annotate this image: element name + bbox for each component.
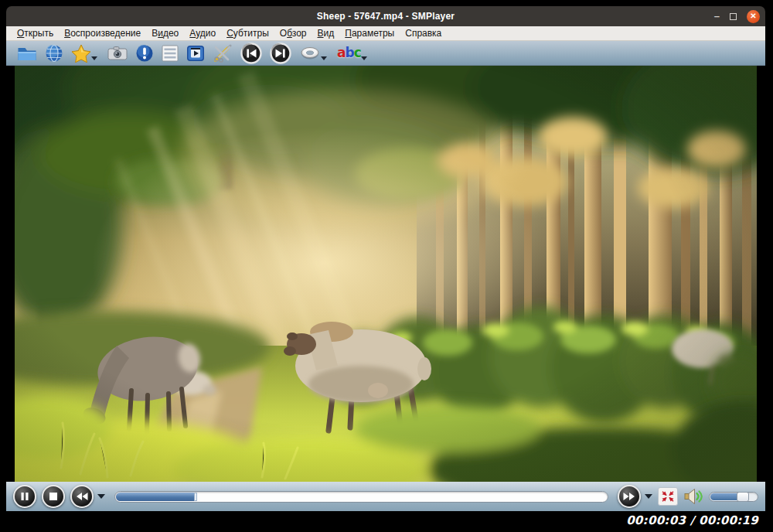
titlebar[interactable]: Sheep - 57647.mp4 - SMPlayer – ✕ bbox=[6, 6, 765, 26]
menu-options[interactable]: Параметры bbox=[339, 28, 400, 39]
volume-icon bbox=[683, 487, 703, 506]
rewind-button[interactable] bbox=[70, 485, 94, 508]
playlist-icon bbox=[162, 45, 179, 62]
toolbar: abc bbox=[6, 41, 765, 66]
screenshot-button[interactable] bbox=[104, 43, 131, 64]
next-button[interactable] bbox=[266, 43, 295, 64]
rewind-dropdown-caret[interactable] bbox=[97, 494, 105, 499]
menu-help[interactable]: Справка bbox=[400, 28, 447, 39]
tools-icon bbox=[213, 44, 233, 63]
info-icon bbox=[135, 44, 154, 63]
statusbar: 00:00:03 / 00:00:19 bbox=[6, 511, 765, 529]
previous-icon bbox=[240, 43, 262, 64]
open-file-button[interactable] bbox=[13, 43, 41, 64]
menu-browse[interactable]: Обзор bbox=[274, 28, 312, 39]
star-icon bbox=[71, 44, 91, 63]
menu-playback[interactable]: Воспроизведение bbox=[59, 28, 146, 39]
mute-button[interactable] bbox=[683, 487, 703, 506]
video-surface[interactable] bbox=[15, 66, 757, 482]
menu-audio[interactable]: Аудио bbox=[184, 28, 221, 39]
menu-subtitles[interactable]: Субтитры bbox=[221, 28, 274, 39]
fullscreen-button[interactable] bbox=[658, 487, 678, 506]
ab-loop-button[interactable] bbox=[295, 43, 333, 64]
pause-icon bbox=[20, 492, 29, 501]
open-url-button[interactable] bbox=[41, 43, 67, 64]
camera-icon bbox=[107, 46, 128, 61]
video-area bbox=[6, 66, 765, 482]
volume-slider[interactable] bbox=[709, 492, 758, 502]
fullscreen-icon bbox=[660, 489, 676, 503]
window-buttons: – ✕ bbox=[714, 6, 760, 26]
controlbar bbox=[6, 482, 765, 511]
minimize-button[interactable]: – bbox=[714, 12, 720, 20]
window-title: Sheep - 57647.mp4 - SMPlayer bbox=[6, 11, 765, 22]
previous-button[interactable] bbox=[237, 43, 266, 64]
menu-video[interactable]: Видео bbox=[146, 28, 184, 39]
pause-button[interactable] bbox=[13, 485, 36, 508]
rewind-icon bbox=[76, 492, 88, 501]
globe-icon bbox=[45, 44, 63, 63]
folder-icon bbox=[17, 45, 37, 62]
video-browser-button[interactable] bbox=[182, 43, 209, 64]
menu-view[interactable]: Вид bbox=[312, 28, 340, 39]
abc-subtitles-icon: abc bbox=[337, 46, 361, 60]
menubar: Открыть Воспроизведение Видео Аудио Субт… bbox=[6, 26, 765, 41]
playlist-button[interactable] bbox=[158, 43, 182, 64]
favorites-button[interactable] bbox=[67, 43, 104, 64]
volume-handle[interactable] bbox=[737, 492, 749, 502]
time-display: 00:00:03 / 00:00:19 bbox=[626, 513, 758, 527]
forward-dropdown-caret[interactable] bbox=[645, 494, 652, 499]
forward-icon bbox=[623, 492, 635, 501]
seek-fill bbox=[116, 493, 195, 501]
seek-handle[interactable] bbox=[194, 493, 197, 501]
maximize-button[interactable] bbox=[730, 13, 737, 20]
subtitles-dropdown-caret[interactable] bbox=[361, 56, 367, 60]
favorites-dropdown-caret[interactable] bbox=[91, 56, 97, 60]
stop-icon bbox=[49, 492, 58, 501]
volume-fill bbox=[710, 493, 737, 500]
subtitles-button[interactable]: abc bbox=[333, 43, 373, 64]
ab-loop-icon bbox=[299, 46, 321, 61]
close-button[interactable]: ✕ bbox=[747, 10, 760, 23]
stop-button[interactable] bbox=[42, 485, 65, 508]
preferences-button[interactable] bbox=[209, 43, 237, 64]
smplayer-window: Sheep - 57647.mp4 - SMPlayer – ✕ Открыть… bbox=[6, 6, 765, 529]
seek-slider[interactable] bbox=[114, 491, 608, 503]
ab-loop-dropdown-caret[interactable] bbox=[321, 56, 327, 60]
menu-open[interactable]: Открыть bbox=[12, 28, 59, 39]
next-icon bbox=[270, 43, 291, 64]
file-info-button[interactable] bbox=[131, 43, 158, 64]
forward-button[interactable] bbox=[618, 485, 641, 508]
video-browser-icon bbox=[186, 44, 205, 63]
